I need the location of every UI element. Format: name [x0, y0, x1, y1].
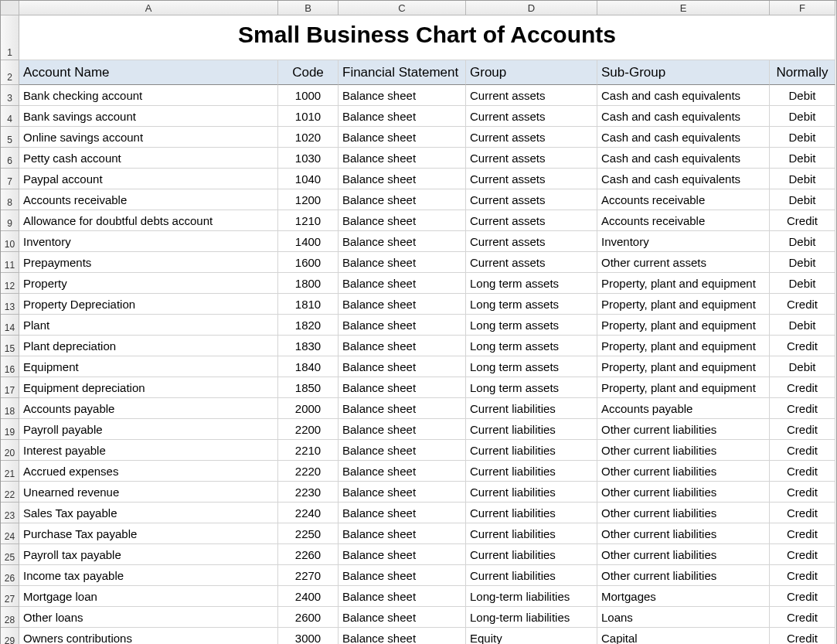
- cell-account-name[interactable]: Accounts receivable: [19, 189, 278, 210]
- page-title[interactable]: Small Business Chart of Accounts: [19, 15, 835, 60]
- row-header[interactable]: 11: [1, 252, 19, 273]
- column-header[interactable]: C: [339, 1, 466, 15]
- cell-group[interactable]: Equity: [466, 628, 597, 644]
- cell-sub-group[interactable]: Cash and cash equivalents: [597, 169, 770, 189]
- cell-code[interactable]: 2250: [278, 523, 339, 544]
- cell-account-name[interactable]: Inventory: [19, 231, 278, 252]
- cell-financial-statement[interactable]: Balance sheet: [339, 565, 466, 586]
- cell-sub-group[interactable]: Accounts receivable: [597, 189, 770, 210]
- cell-account-name[interactable]: Payroll tax payable: [19, 544, 278, 565]
- row-header[interactable]: 19: [1, 419, 19, 440]
- cell-normally[interactable]: Credit: [770, 544, 835, 565]
- cell-financial-statement[interactable]: Balance sheet: [339, 127, 466, 148]
- cell-normally[interactable]: Credit: [770, 503, 835, 523]
- cell-code[interactable]: 1040: [278, 169, 339, 189]
- cell-account-name[interactable]: Mortgage loan: [19, 586, 278, 607]
- spreadsheet-grid[interactable]: ABCDEF1Small Business Chart of Accounts2…: [0, 0, 837, 644]
- cell-code[interactable]: 1000: [278, 85, 339, 106]
- cell-normally[interactable]: Debit: [770, 356, 835, 377]
- cell-financial-statement[interactable]: Balance sheet: [339, 544, 466, 565]
- cell-code[interactable]: 1810: [278, 294, 339, 315]
- cell-normally[interactable]: Debit: [770, 169, 835, 189]
- cell-normally[interactable]: Debit: [770, 85, 835, 106]
- cell-sub-group[interactable]: Property, plant and equipment: [597, 377, 770, 398]
- column-header[interactable]: B: [278, 1, 339, 15]
- cell-group[interactable]: Current assets: [466, 127, 597, 148]
- cell-sub-group[interactable]: Other current liabilities: [597, 482, 770, 503]
- cell-normally[interactable]: Credit: [770, 398, 835, 419]
- cell-sub-group[interactable]: Property, plant and equipment: [597, 315, 770, 336]
- cell-financial-statement[interactable]: Balance sheet: [339, 336, 466, 356]
- cell-financial-statement[interactable]: Balance sheet: [339, 503, 466, 523]
- cell-normally[interactable]: Credit: [770, 523, 835, 544]
- cell-account-name[interactable]: Owners contributions: [19, 628, 278, 644]
- cell-group[interactable]: Long term assets: [466, 273, 597, 294]
- cell-sub-group[interactable]: Accounts receivable: [597, 210, 770, 231]
- cell-financial-statement[interactable]: Balance sheet: [339, 315, 466, 336]
- cell-group[interactable]: Long term assets: [466, 336, 597, 356]
- cell-code[interactable]: 2270: [278, 565, 339, 586]
- cell-group[interactable]: Current assets: [466, 106, 597, 127]
- cell-code[interactable]: 2400: [278, 586, 339, 607]
- column-header[interactable]: E: [597, 1, 770, 15]
- cell-financial-statement[interactable]: Balance sheet: [339, 356, 466, 377]
- column-header[interactable]: A: [19, 1, 278, 15]
- cell-group[interactable]: Current liabilities: [466, 461, 597, 482]
- cell-group[interactable]: Current liabilities: [466, 440, 597, 461]
- cell-code[interactable]: 1400: [278, 231, 339, 252]
- cell-code[interactable]: 1800: [278, 273, 339, 294]
- row-header[interactable]: 29: [1, 628, 19, 644]
- cell-account-name[interactable]: Allowance for doubtful debts account: [19, 210, 278, 231]
- cell-group[interactable]: Current liabilities: [466, 565, 597, 586]
- cell-account-name[interactable]: Online savings account: [19, 127, 278, 148]
- cell-group[interactable]: Current liabilities: [466, 398, 597, 419]
- column-header[interactable]: D: [466, 1, 597, 15]
- cell-group[interactable]: Current assets: [466, 148, 597, 169]
- cell-financial-statement[interactable]: Balance sheet: [339, 398, 466, 419]
- cell-group[interactable]: Long term assets: [466, 377, 597, 398]
- cell-account-name[interactable]: Sales Tax payable: [19, 503, 278, 523]
- cell-normally[interactable]: Debit: [770, 148, 835, 169]
- cell-code[interactable]: 1020: [278, 127, 339, 148]
- row-header[interactable]: 9: [1, 210, 19, 231]
- row-header[interactable]: 28: [1, 607, 19, 628]
- row-header[interactable]: 24: [1, 523, 19, 544]
- cell-sub-group[interactable]: Other current liabilities: [597, 565, 770, 586]
- cell-group[interactable]: Current assets: [466, 189, 597, 210]
- cell-normally[interactable]: Credit: [770, 294, 835, 315]
- cell-group[interactable]: Current liabilities: [466, 482, 597, 503]
- cell-account-name[interactable]: Accrued expenses: [19, 461, 278, 482]
- cell-account-name[interactable]: Accounts payable: [19, 398, 278, 419]
- cell-sub-group[interactable]: Other current liabilities: [597, 544, 770, 565]
- cell-normally[interactable]: Credit: [770, 210, 835, 231]
- row-header[interactable]: 8: [1, 189, 19, 210]
- cell-account-name[interactable]: Purchase Tax payable: [19, 523, 278, 544]
- cell-group[interactable]: Long-term liabilities: [466, 586, 597, 607]
- cell-normally[interactable]: Credit: [770, 607, 835, 628]
- cell-account-name[interactable]: Bank savings account: [19, 106, 278, 127]
- cell-financial-statement[interactable]: Balance sheet: [339, 607, 466, 628]
- cell-account-name[interactable]: Unearned revenue: [19, 482, 278, 503]
- cell-group[interactable]: Long term assets: [466, 356, 597, 377]
- column-header[interactable]: F: [770, 1, 835, 15]
- cell-sub-group[interactable]: Property, plant and equipment: [597, 273, 770, 294]
- cell-financial-statement[interactable]: Balance sheet: [339, 273, 466, 294]
- cell-sub-group[interactable]: Mortgages: [597, 586, 770, 607]
- table-column-header[interactable]: Code: [278, 60, 339, 85]
- cell-group[interactable]: Current assets: [466, 231, 597, 252]
- cell-group[interactable]: Current assets: [466, 210, 597, 231]
- row-header[interactable]: 13: [1, 294, 19, 315]
- cell-code[interactable]: 2220: [278, 461, 339, 482]
- cell-financial-statement[interactable]: Balance sheet: [339, 210, 466, 231]
- cell-sub-group[interactable]: Other current liabilities: [597, 503, 770, 523]
- cell-code[interactable]: 2240: [278, 503, 339, 523]
- row-header[interactable]: 14: [1, 315, 19, 336]
- cell-code[interactable]: 2230: [278, 482, 339, 503]
- cell-normally[interactable]: Credit: [770, 628, 835, 644]
- cell-sub-group[interactable]: Property, plant and equipment: [597, 356, 770, 377]
- cell-financial-statement[interactable]: Balance sheet: [339, 231, 466, 252]
- cell-code[interactable]: 1840: [278, 356, 339, 377]
- cell-account-name[interactable]: Equipment depreciation: [19, 377, 278, 398]
- cell-normally[interactable]: Credit: [770, 377, 835, 398]
- cell-financial-statement[interactable]: Balance sheet: [339, 294, 466, 315]
